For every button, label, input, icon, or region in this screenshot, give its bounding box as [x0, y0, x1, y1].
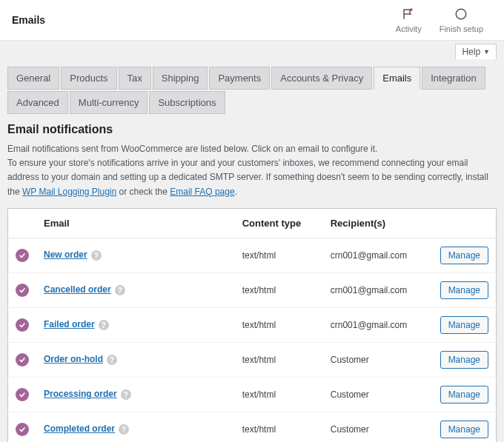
- help-tab[interactable]: Help ▼: [455, 44, 497, 59]
- manage-button[interactable]: Manage: [440, 386, 488, 404]
- tab-emails[interactable]: Emails: [374, 67, 420, 90]
- status-enabled-icon: [16, 284, 29, 297]
- svg-point-1: [457, 9, 467, 19]
- col-status: [8, 208, 37, 238]
- content-type-cell: text/html: [235, 412, 323, 442]
- manage-button[interactable]: Manage: [440, 281, 488, 299]
- manage-button[interactable]: Manage: [440, 351, 488, 369]
- email-name-link[interactable]: Order on-hold: [44, 354, 103, 364]
- help-icon[interactable]: ?: [107, 355, 117, 365]
- table-row: New order?text/htmlcrn001@gmail.comManag…: [8, 238, 497, 272]
- email-name-link[interactable]: Completed order: [44, 423, 115, 434]
- recipients-cell: Customer: [323, 412, 433, 442]
- section-title: Email notifications: [7, 123, 497, 136]
- settings-tabs: GeneralProductsTaxShippingPaymentsAccoun…: [7, 67, 497, 114]
- recipients-cell: crn001@gmail.com: [323, 307, 433, 342]
- email-name-link[interactable]: Cancelled order: [44, 284, 111, 295]
- tab-integration[interactable]: Integration: [422, 67, 485, 90]
- tab-products[interactable]: Products: [61, 67, 116, 90]
- table-row: Cancelled order?text/htmlcrn001@gmail.co…: [8, 272, 497, 307]
- email-name-link[interactable]: Failed order: [44, 319, 95, 329]
- help-icon[interactable]: ?: [119, 424, 129, 435]
- content-type-cell: text/html: [235, 377, 323, 412]
- table-row: Processing order?text/htmlCustomerManage: [8, 377, 497, 412]
- recipients-cell: Customer: [323, 342, 433, 377]
- manage-button[interactable]: Manage: [440, 421, 488, 438]
- content-type-cell: text/html: [235, 272, 323, 307]
- section-description: Email notifications sent from WooCommerc…: [7, 142, 497, 199]
- help-icon[interactable]: ?: [99, 320, 109, 330]
- activity-button[interactable]: Activity: [387, 7, 431, 33]
- status-enabled-icon: [16, 388, 29, 401]
- table-row: Order on-hold?text/htmlCustomerManage: [8, 342, 497, 377]
- tab-payments[interactable]: Payments: [209, 67, 270, 90]
- email-name-link[interactable]: New order: [44, 250, 87, 260]
- col-recipients: Recipient(s): [323, 208, 433, 238]
- table-row: Failed order?text/htmlcrn001@gmail.comMa…: [8, 307, 497, 342]
- svg-point-0: [410, 8, 413, 11]
- chevron-down-icon: ▼: [483, 48, 490, 56]
- tab-accounts-privacy[interactable]: Accounts & Privacy: [271, 67, 372, 90]
- tab-shipping[interactable]: Shipping: [153, 67, 208, 90]
- col-action: [433, 208, 497, 238]
- top-bar: Emails Activity Finish setup: [0, 0, 504, 41]
- status-enabled-icon: [16, 249, 29, 262]
- flag-icon: [402, 7, 415, 24]
- circle-icon: [454, 7, 468, 24]
- help-icon[interactable]: ?: [115, 285, 125, 295]
- tab-multi-currency[interactable]: Multi-currency: [70, 91, 148, 114]
- col-name: Email: [36, 208, 235, 238]
- col-content-type: Content type: [235, 208, 323, 238]
- manage-button[interactable]: Manage: [440, 316, 488, 334]
- status-enabled-icon: [16, 318, 29, 332]
- tab-general[interactable]: General: [7, 67, 59, 90]
- table-row: Completed order?text/htmlCustomerManage: [8, 412, 497, 442]
- content-type-cell: text/html: [235, 342, 323, 377]
- tab-advanced[interactable]: Advanced: [7, 91, 68, 114]
- email-faq-link[interactable]: Email FAQ page: [170, 187, 234, 197]
- finish-setup-button[interactable]: Finish setup: [431, 7, 492, 33]
- recipients-cell: Customer: [323, 377, 433, 412]
- wp-mail-logging-link[interactable]: WP Mail Logging Plugin: [22, 187, 116, 197]
- manage-button[interactable]: Manage: [440, 247, 488, 264]
- content-type-cell: text/html: [235, 238, 323, 272]
- status-enabled-icon: [16, 353, 29, 366]
- recipients-cell: crn001@gmail.com: [323, 272, 433, 307]
- help-icon[interactable]: ?: [121, 389, 131, 400]
- content-type-cell: text/html: [235, 307, 323, 342]
- help-icon[interactable]: ?: [91, 250, 102, 261]
- tab-tax[interactable]: Tax: [119, 67, 151, 90]
- email-name-link[interactable]: Processing order: [44, 389, 117, 399]
- status-enabled-icon: [16, 423, 29, 436]
- email-notifications-table: Email Content type Recipient(s) New orde…: [7, 208, 497, 442]
- tab-subscriptions[interactable]: Subscriptions: [149, 91, 225, 114]
- page-title: Emails: [12, 14, 45, 26]
- recipients-cell: crn001@gmail.com: [323, 238, 433, 272]
